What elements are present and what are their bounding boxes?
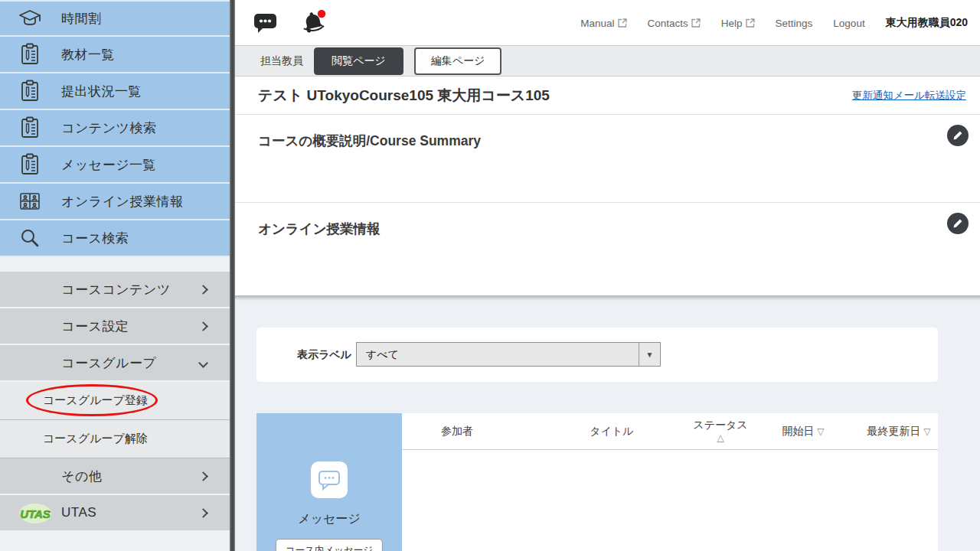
sidebar-item-course-search[interactable]: コース検索 xyxy=(0,220,230,257)
mail-forward-settings-link[interactable]: 更新通知メール転送設定 xyxy=(852,89,966,103)
column-header-status[interactable]: ステータス △ xyxy=(693,419,747,444)
chevron-right-icon xyxy=(198,471,208,481)
tab-edit-page[interactable]: 編集ページ xyxy=(414,47,502,75)
chevron-down-icon xyxy=(198,358,208,368)
chevron-right-icon xyxy=(198,508,208,518)
column-label: 参加者 xyxy=(441,425,473,437)
header-divider xyxy=(402,449,938,450)
sidebar-item-label: コースコンテンツ xyxy=(61,281,171,298)
mortarboard-icon xyxy=(17,5,43,31)
course-summary-heading: コースの概要説明/Course Summary xyxy=(258,132,481,150)
chevron-right-icon xyxy=(198,285,208,295)
sidebar-item-others[interactable]: その他 xyxy=(0,458,230,495)
label-filter-card: 表示ラベル すべて ▼ xyxy=(256,328,938,382)
external-link-icon xyxy=(691,18,701,28)
sidebar-item-course-group[interactable]: コースグループ xyxy=(0,345,230,382)
clipboard-icon xyxy=(17,115,43,141)
sidebar-item-label: コンテンツ検索 xyxy=(61,119,157,137)
column-header-last-updated[interactable]: 最終更新日 ▽ xyxy=(867,425,930,439)
column-label: 最終更新日 xyxy=(867,425,920,437)
main-content: Manual Contacts Help xyxy=(235,0,980,551)
sidebar-subitem-label: コースグループ解除 xyxy=(43,432,148,446)
sidebar-item-label: コース設定 xyxy=(61,318,129,335)
manual-link-label: Manual xyxy=(580,18,614,29)
sort-desc-icon: ▽ xyxy=(817,426,824,437)
column-label: タイトル xyxy=(590,425,633,437)
sidebar-item-label: コースグループ xyxy=(61,354,157,372)
pencil-icon xyxy=(952,218,963,229)
utas-logo-icon: UTAS xyxy=(18,502,52,528)
column-header-title[interactable]: タイトル xyxy=(590,425,633,439)
sidebar-divider xyxy=(230,0,235,551)
course-card: テスト UTokyoCourse105 東大用コース105 更新通知メール転送設… xyxy=(235,77,980,295)
sidebar-subitem-group-remove[interactable]: コースグループ解除 xyxy=(0,420,230,458)
sidebar-subitem-group-register[interactable]: コースグループ登録 xyxy=(0,382,230,420)
message-board-card: 参加者 タイトル ステータス △ 開始日 ▽ 最終更新日 ▽ xyxy=(256,413,938,551)
logout-link[interactable]: Logout xyxy=(833,18,864,29)
edit-summary-button[interactable] xyxy=(947,125,969,146)
message-bubble-icon xyxy=(311,461,348,498)
clipboard-icon xyxy=(17,78,43,104)
contacts-link[interactable]: Contacts xyxy=(648,18,701,29)
messages-icon[interactable] xyxy=(253,11,277,37)
sidebar-item-utas[interactable]: UTAS UTAS xyxy=(0,495,230,532)
notifications-bell-icon[interactable] xyxy=(300,9,328,38)
course-summary-section: コースの概要説明/Course Summary xyxy=(235,115,980,203)
sidebar-item-label: 提出状況一覧 xyxy=(61,83,142,100)
course-title-row: テスト UTokyoCourse105 東大用コース105 更新通知メール転送設… xyxy=(235,77,980,115)
topbar-links: Manual Contacts Help xyxy=(580,0,968,46)
sidebar-item-label: コース検索 xyxy=(61,230,129,247)
sidebar-item-course-contents[interactable]: コースコンテンツ xyxy=(0,272,230,308)
search-icon xyxy=(17,225,43,251)
lms-page: 時間割 教材一覧 提出状況一 xyxy=(0,0,980,551)
sort-desc-icon: ▽ xyxy=(923,426,930,437)
sidebar-item-message-list[interactable]: メッセージ一覧 xyxy=(0,147,230,184)
select-dropdown-arrow-icon: ▼ xyxy=(639,343,660,366)
settings-link[interactable]: Settings xyxy=(776,18,813,29)
sidebar: 時間割 教材一覧 提出状況一 xyxy=(0,0,230,551)
sidebar-item-materials[interactable]: 教材一覧 xyxy=(0,37,230,73)
online-class-section: オンライン授業情報 xyxy=(235,203,980,295)
sidebar-item-submissions[interactable]: 提出状況一覧 xyxy=(0,73,230,110)
settings-link-label: Settings xyxy=(776,18,813,29)
sidebar-item-online-class[interactable]: オンライン授業情報 xyxy=(0,184,230,220)
sidebar-subitem-label: コースグループ登録 xyxy=(43,393,148,408)
course-message-button[interactable]: コース内メッセージ xyxy=(276,539,383,551)
current-user-name: 東大用教職員020 xyxy=(886,16,968,30)
sidebar-item-label: 教材一覧 xyxy=(61,46,115,64)
meeting-grid-icon xyxy=(17,188,43,214)
message-category-label: メッセージ xyxy=(256,511,402,527)
message-category-cell: メッセージ コース内メッセージ xyxy=(256,413,402,551)
sidebar-item-label: オンライン授業情報 xyxy=(61,193,184,210)
column-label: ステータス xyxy=(693,419,747,431)
page-title: テスト UTokyoCourse105 東大用コース105 xyxy=(258,86,550,106)
role-label: 担当教員 xyxy=(260,54,303,68)
external-link-icon xyxy=(618,18,627,28)
edit-online-class-button[interactable] xyxy=(947,213,969,234)
tab-view-page[interactable]: 閲覧ページ xyxy=(314,47,403,75)
clipboard-icon xyxy=(17,41,43,67)
external-link-icon xyxy=(746,18,755,28)
sidebar-item-label: UTAS xyxy=(61,505,96,520)
contacts-link-label: Contacts xyxy=(648,18,688,29)
svg-text:UTAS: UTAS xyxy=(20,507,51,520)
sidebar-item-label: メッセージ一覧 xyxy=(61,156,156,174)
label-filter-select[interactable]: すべて ▼ xyxy=(356,342,661,367)
help-link[interactable]: Help xyxy=(721,18,755,29)
online-class-heading: オンライン授業情報 xyxy=(258,220,381,238)
manual-link[interactable]: Manual xyxy=(580,18,626,29)
sidebar-item-timetable[interactable]: 時間割 xyxy=(0,0,230,37)
column-header-participants[interactable]: 参加者 xyxy=(441,425,473,439)
label-filter-selected-value: すべて xyxy=(366,348,399,362)
tab-bar: 担当教員 閲覧ページ 編集ページ xyxy=(235,46,980,77)
sidebar-item-label: その他 xyxy=(61,468,102,485)
sort-asc-icon: △ xyxy=(717,432,724,443)
sidebar-item-course-settings[interactable]: コース設定 xyxy=(0,308,230,345)
top-bar: Manual Contacts Help xyxy=(235,0,980,46)
sidebar-item-content-search[interactable]: コンテンツ検索 xyxy=(0,110,230,147)
column-header-start-date[interactable]: 開始日 ▽ xyxy=(782,425,824,439)
chevron-right-icon xyxy=(198,321,208,331)
logout-link-label: Logout xyxy=(833,18,864,29)
sidebar-spacer xyxy=(0,257,230,272)
help-link-label: Help xyxy=(721,18,743,29)
